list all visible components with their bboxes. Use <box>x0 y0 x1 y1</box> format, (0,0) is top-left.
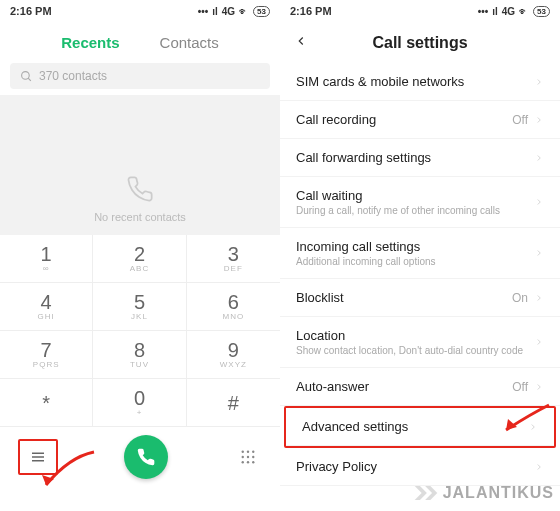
chevron-right-icon <box>534 77 544 87</box>
highlight-advanced: Advanced settings <box>284 406 556 448</box>
key-8[interactable]: 8TUV <box>93 331 186 379</box>
menu-icon <box>29 448 47 466</box>
keypad: 1∞2ABC3DEF4GHI5JKL6MNO7PQRS8TUV9WXYZ*0+# <box>0 235 280 427</box>
svg-point-10 <box>252 456 254 458</box>
status-bar: 2:16 PM •••ıl4Gᯤ53 <box>0 0 280 22</box>
settings-item[interactable]: Advanced settings <box>286 408 554 446</box>
key-7[interactable]: 7PQRS <box>0 331 93 379</box>
status-time: 2:16 PM <box>10 5 52 17</box>
svg-line-1 <box>28 78 31 81</box>
key-6[interactable]: 6MNO <box>187 283 280 331</box>
settings-item[interactable]: Privacy Policy <box>280 448 560 486</box>
key-9[interactable]: 9WXYZ <box>187 331 280 379</box>
settings-item[interactable]: Auto-answerOff <box>280 368 560 406</box>
watermark-icon <box>413 483 439 503</box>
chevron-right-icon <box>534 197 544 207</box>
svg-point-7 <box>252 451 254 453</box>
search-input[interactable]: 370 contacts <box>10 63 270 89</box>
search-placeholder: 370 contacts <box>39 69 107 83</box>
svg-point-0 <box>22 71 30 79</box>
chevron-right-icon <box>534 382 544 392</box>
dialpad-icon <box>239 448 257 466</box>
back-button[interactable] <box>294 32 308 53</box>
status-icons: •••ıl4Gᯤ53 <box>198 6 270 17</box>
chevron-left-icon <box>294 34 308 48</box>
tabs: Recents Contacts <box>0 22 280 63</box>
tab-contacts[interactable]: Contacts <box>160 34 219 51</box>
chevron-right-icon <box>534 462 544 472</box>
settings-item[interactable]: Call forwarding settings <box>280 139 560 177</box>
status-bar: 2:16 PM •••ıl4Gᯤ53 <box>280 0 560 22</box>
call-settings-screen: 2:16 PM •••ıl4Gᯤ53 Call settings SIM car… <box>280 0 560 511</box>
dialer-screen: 2:16 PM •••ıl4Gᯤ53 Recents Contacts 370 … <box>0 0 280 511</box>
key-0[interactable]: 0+ <box>93 379 186 427</box>
dialpad-button[interactable] <box>234 443 262 471</box>
key-4[interactable]: 4GHI <box>0 283 93 331</box>
key-5[interactable]: 5JKL <box>93 283 186 331</box>
phone-fill-icon <box>136 447 156 467</box>
phone-icon <box>126 175 154 203</box>
settings-item[interactable]: Incoming call settingsAdditional incomin… <box>280 228 560 279</box>
svg-point-12 <box>247 461 249 463</box>
svg-point-5 <box>242 451 244 453</box>
empty-state: No recent contacts <box>0 95 280 235</box>
settings-item[interactable]: SIM cards & mobile networks <box>280 63 560 101</box>
svg-point-8 <box>242 456 244 458</box>
settings-item[interactable]: Call waitingDuring a call, notify me of … <box>280 177 560 228</box>
svg-point-6 <box>247 451 249 453</box>
chevron-right-icon <box>534 337 544 347</box>
chevron-right-icon <box>534 115 544 125</box>
status-icons: •••ıl4Gᯤ53 <box>478 6 550 17</box>
chevron-right-icon <box>528 422 538 432</box>
settings-item[interactable]: LocationShow contact location, Don't aut… <box>280 317 560 368</box>
watermark: JALANTIKUS <box>413 483 554 503</box>
key-3[interactable]: 3DEF <box>187 235 280 283</box>
menu-button[interactable] <box>24 443 52 471</box>
svg-point-9 <box>247 456 249 458</box>
key-1[interactable]: 1∞ <box>0 235 93 283</box>
settings-item[interactable]: BlocklistOn <box>280 279 560 317</box>
highlight-menu <box>18 439 58 475</box>
svg-point-13 <box>252 461 254 463</box>
key-#[interactable]: # <box>187 379 280 427</box>
chevron-right-icon <box>534 153 544 163</box>
call-button[interactable] <box>124 435 168 479</box>
svg-point-11 <box>242 461 244 463</box>
page-title: Call settings <box>280 34 560 52</box>
status-time: 2:16 PM <box>290 5 332 17</box>
settings-list: SIM cards & mobile networksCall recordin… <box>280 63 560 486</box>
search-icon <box>20 70 33 83</box>
bottom-bar <box>0 427 280 487</box>
header: Call settings <box>280 22 560 63</box>
tab-recents[interactable]: Recents <box>61 34 119 51</box>
settings-item[interactable]: Call recordingOff <box>280 101 560 139</box>
chevron-right-icon <box>534 248 544 258</box>
key-2[interactable]: 2ABC <box>93 235 186 283</box>
key-*[interactable]: * <box>0 379 93 427</box>
chevron-right-icon <box>534 293 544 303</box>
